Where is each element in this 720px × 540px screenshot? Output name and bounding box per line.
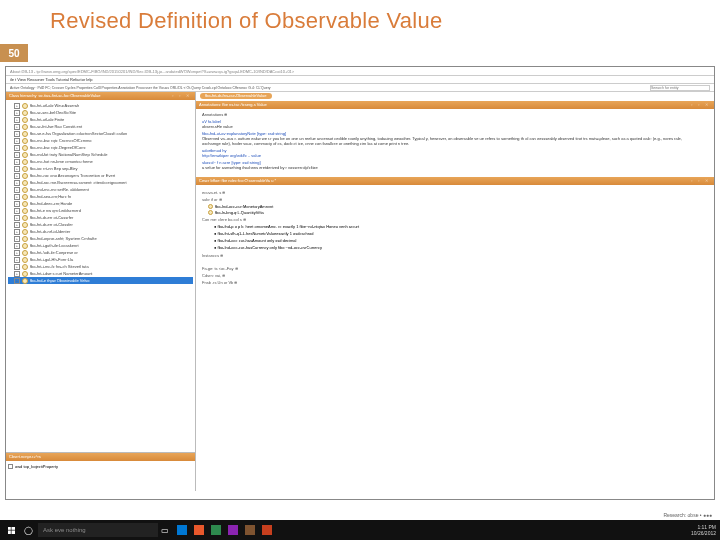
tree-item[interactable]: +fbo-fnt-e nw qm:Leddscmerd [8, 207, 193, 214]
expand-icon[interactable]: + [14, 222, 20, 228]
checkbox[interactable] [8, 464, 13, 469]
tree-item[interactable]: +fbo-fnd-e thpw Obxwirvable Velvo [8, 277, 193, 284]
class-icon [22, 138, 28, 144]
class-icon [22, 166, 28, 172]
taskbar-app-icon[interactable] [192, 523, 206, 537]
expand-icon[interactable]: + [14, 124, 20, 130]
expand-icon[interactable]: + [14, 103, 20, 109]
class-icon [22, 194, 28, 200]
protege-window: About:DB-13 - tp://www.omg.org/spec/EDMC… [5, 66, 715, 500]
tree-item[interactable]: +fbo-fnt-dr-nrf-id-ldenter [8, 228, 193, 235]
expand-icon[interactable]: + [14, 250, 20, 256]
expand-icon[interactable]: + [14, 208, 20, 214]
expand-icon[interactable]: + [14, 166, 20, 172]
tree-item[interactable]: +fbo-fnt-i-guth-ile:Locaskenrt [8, 242, 193, 249]
tree-item[interactable]: +fbo-fnt-dr-err ot-Clossfer [8, 221, 193, 228]
svg-rect-0 [8, 527, 11, 530]
tree-item[interactable]: +fbo-fnt-utl-alx:WeucAsserah [8, 102, 193, 109]
task-view-icon[interactable]: ▭ [158, 523, 172, 537]
start-button[interactable] [4, 523, 18, 537]
expand-icon[interactable]: + [14, 138, 20, 144]
class-icon [22, 229, 28, 235]
taskbar-app-icon[interactable] [175, 523, 189, 537]
tree-item[interactable]: +fbo-fnt-i-gul-Hh-Forrr:Lla [8, 256, 193, 263]
tree-item[interactable]: +fbo-rnd-fot truty NationalNumStep Sched… [8, 151, 193, 158]
expand-icon[interactable]: + [14, 194, 20, 200]
class-icon [22, 180, 28, 186]
taskbar-app-icon[interactable] [243, 523, 257, 537]
entity-pill[interactable]: fbo-fnt-dr-fns-cur-ObservahleValue [200, 93, 272, 99]
class-icon [22, 271, 28, 277]
tree-item[interactable]: +fbo-sc-fnt-fse:Rao Constit.ent [8, 123, 193, 130]
search-input[interactable] [650, 85, 710, 91]
tree-item[interactable]: +fbo-fnt-utl-alx:Finite [8, 116, 193, 123]
svg-rect-1 [11, 527, 15, 530]
expand-icon[interactable]: + [14, 131, 20, 137]
tree-item[interactable]: +fbo-fnt-dr-err ot-Cassrfer [8, 214, 193, 221]
class-icon [22, 257, 28, 263]
expand-icon[interactable]: + [14, 278, 20, 284]
cortana-icon[interactable]: ◯ [21, 523, 35, 537]
research-footer: Research: obse • ●●● [663, 512, 712, 518]
expand-icon[interactable]: + [14, 110, 20, 116]
browser-url-bar[interactable]: About:DB-13 - tp://www.omg.org/spec/EDMC… [6, 67, 714, 76]
expand-icon[interactable]: + [14, 264, 20, 270]
expand-icon[interactable]: + [14, 145, 20, 151]
svg-rect-2 [8, 530, 11, 534]
tree-item[interactable]: +fbo-fnd-seo-crn;Harc fn [8, 193, 193, 200]
expand-icon[interactable]: + [14, 187, 20, 193]
system-tray[interactable]: 1:11 PM10/26/2012 [691, 524, 716, 536]
class-icon [22, 145, 28, 151]
tree-item[interactable]: +fbo-fnt-i-mc-fc fns-ch Sitevetl tata [8, 263, 193, 270]
description-body: ecuva.et. s ⊕ subr if or ⊕ fbo-Ind-occ-c… [196, 185, 714, 262]
taskbar-app-icon[interactable] [226, 523, 240, 537]
taskbar-app-icon[interactable] [260, 523, 274, 537]
class-icon [22, 243, 28, 249]
expand-icon[interactable]: + [14, 117, 20, 123]
class-icon [22, 110, 28, 116]
target-body: Fa.ge: ts <or.-Fay ⊕ Cdsrn: vai, ⊕ Fnsb … [196, 262, 714, 290]
right-pane: fbo-fnt-dr-fns-cur-ObservahleValue Annot… [196, 92, 714, 491]
class-icon [22, 264, 28, 270]
class-icon [22, 201, 28, 207]
slide-title: Revised Definition of Observable Value [50, 8, 443, 34]
slide-number-badge: 50 [0, 44, 28, 62]
tree-item[interactable]: +fbo-sc-sec-bel:DeoSicSite [8, 109, 193, 116]
windows-taskbar[interactable]: ◯ Ask eve nothing ▭ 1:11 PM10/26/2012 [0, 520, 720, 540]
menu-bar[interactable]: ile t View Reasoner Tools Tutorial Refac… [6, 76, 714, 84]
tree-item[interactable]: +fbo-ioc rrt-nn Bep sep-Bley [8, 165, 193, 172]
expand-icon[interactable]: + [14, 243, 20, 249]
tree-item[interactable]: +fbo-fnd-roc.rne.Bscreemsa.ssment: ctter… [8, 179, 193, 186]
class-hierarchy-header: Class hierarchy :oc.tias-fint-sc-foc:Obs… [6, 92, 195, 100]
iri-link[interactable]: http://enwikiper org/wikf/c .. value [202, 153, 261, 158]
taskbar-app-icon[interactable] [209, 523, 223, 537]
description-header: Cescr bffoe: fbe ndec:fco:O'sservableVa … [196, 177, 714, 185]
expand-icon[interactable]: + [14, 201, 20, 207]
tree-item[interactable]: +fbo-se.e-fss Orgaslization cductronSect… [8, 130, 193, 137]
expand-icon[interactable]: + [14, 236, 20, 242]
tree-item[interactable]: +fbo-fnd-orpror-snht; Sysrtem Crnhafte [8, 235, 193, 242]
tree-item[interactable]: +fbo-fnt-!udt-ile:Coeprese or [8, 249, 193, 256]
class-icon [22, 152, 28, 158]
expand-icon[interactable]: + [14, 257, 20, 263]
expand-icon[interactable]: + [14, 215, 20, 221]
expand-icon[interactable]: + [14, 152, 20, 158]
taskbar-search[interactable]: Ask eve nothing [38, 523, 158, 537]
expand-icon[interactable]: + [14, 229, 20, 235]
tree-item[interactable]: +fbo-rnc-hot nn-bme crmontcu:heme [8, 158, 193, 165]
expand-icon[interactable]: + [14, 173, 20, 179]
tree-item[interactable]: +fbo-fnt-i-dse:s curt NameterAmount [8, 270, 193, 277]
class-icon [22, 236, 28, 242]
class-tree[interactable]: +fbo-fnt-utl-alx:WeucAsserah+fbo-sc-sec-… [6, 100, 195, 452]
tree-item[interactable]: +fbo-rnc-bsc rqtc CncrncsOfCcmmo [8, 137, 193, 144]
tree-item[interactable]: +fbo-rnc-bsc rqtc.DegreeDfCorrc [8, 144, 193, 151]
tree-item[interactable]: +fbo-rnd-rnc-rnc:setRe. alddoment [8, 186, 193, 193]
annotations-body: Annotations ⊕ uV fo.label observ.sHe val… [196, 109, 714, 175]
tree-item[interactable]: +fbo-fnc-roc ono Aeconayers Trorceetion … [8, 172, 193, 179]
expand-icon[interactable]: + [14, 180, 20, 186]
tree-item[interactable]: +fbo-fnd-deec-crn;Hande [8, 200, 193, 207]
expand-icon[interactable]: + [14, 271, 20, 277]
expand-icon[interactable]: + [14, 159, 20, 165]
class-icon [22, 222, 28, 228]
class-icon [22, 131, 28, 137]
